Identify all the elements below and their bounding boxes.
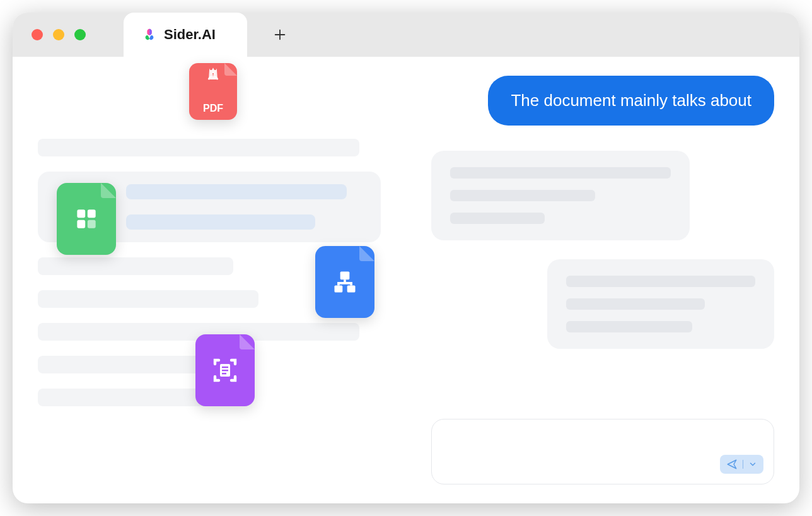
file-fold-corner (224, 63, 237, 76)
window-controls (32, 29, 86, 40)
skeleton-response-line (566, 321, 692, 332)
user-message-text: The document mainly talks about (511, 91, 751, 110)
skeleton-response-line (450, 167, 671, 179)
document-preview-pane: PDF (13, 57, 406, 503)
sider-logo-icon (142, 28, 156, 42)
close-window-button[interactable] (32, 29, 43, 40)
file-fold-corner (359, 246, 374, 261)
scan-document-file-icon[interactable] (195, 334, 255, 406)
chat-input-area[interactable] (431, 419, 774, 484)
assistant-message-bubble (547, 259, 774, 349)
new-tab-button[interactable] (272, 27, 287, 42)
skeleton-text-line (38, 139, 359, 156)
spreadsheet-file-icon[interactable] (57, 183, 116, 255)
send-button[interactable] (720, 455, 763, 474)
titlebar: Sider.AI (13, 13, 799, 57)
svg-rect-5 (335, 286, 343, 293)
svg-rect-1 (88, 209, 96, 218)
skeleton-text-line (38, 290, 258, 308)
user-message-bubble: The document mainly talks about (488, 76, 774, 126)
maximize-window-button[interactable] (74, 29, 86, 40)
app-window: Sider.AI PDF (13, 13, 799, 503)
svg-rect-2 (77, 220, 85, 228)
send-icon (726, 459, 738, 470)
content-area: PDF (13, 57, 799, 503)
skeleton-response-line (566, 276, 755, 287)
skeleton-text-line (38, 257, 233, 275)
svg-rect-0 (77, 209, 85, 218)
pdf-file-icon[interactable]: PDF (189, 63, 237, 120)
assistant-message-bubble (431, 151, 690, 240)
skeleton-response-line (450, 190, 595, 201)
selected-line (126, 214, 315, 230)
chat-pane: The document mainly talks about (406, 57, 799, 503)
browser-tab[interactable]: Sider.AI (124, 13, 247, 57)
svg-rect-6 (347, 286, 356, 293)
svg-rect-8 (222, 366, 228, 368)
svg-rect-9 (222, 370, 228, 371)
skeleton-response-line (450, 213, 545, 224)
minimize-window-button[interactable] (53, 29, 64, 40)
plus-icon (273, 28, 287, 42)
svg-rect-10 (222, 373, 226, 374)
tab-title: Sider.AI (164, 26, 216, 43)
sitemap-file-icon[interactable] (315, 246, 374, 318)
skeleton-response-line (566, 298, 705, 310)
button-divider (743, 460, 743, 469)
pdf-label: PDF (203, 103, 223, 114)
chevron-down-icon (748, 460, 757, 469)
svg-rect-3 (88, 220, 96, 228)
selected-line (126, 184, 347, 199)
svg-rect-4 (340, 272, 350, 280)
